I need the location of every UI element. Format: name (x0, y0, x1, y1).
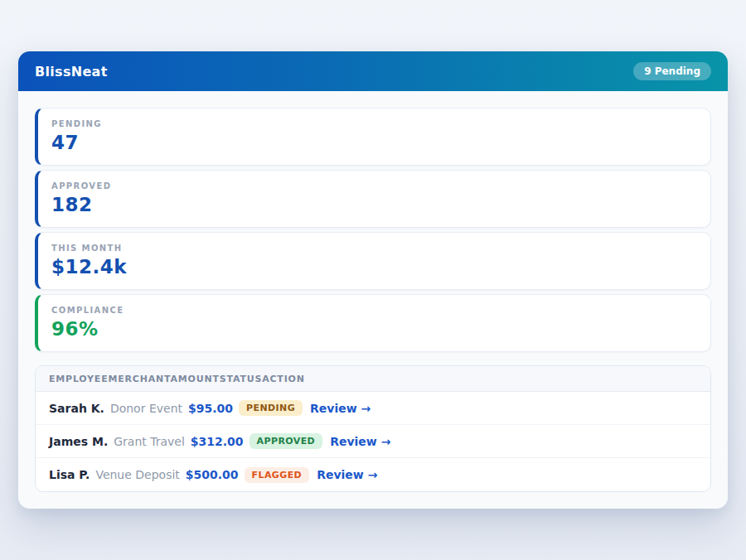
stat-label: COMPLIANCE (51, 306, 697, 315)
employee-name: Lisa P. (49, 468, 90, 481)
app-title: BlissNeat (35, 64, 108, 80)
stat-value: $12.4k (51, 257, 697, 278)
review-link[interactable]: Review → (317, 468, 377, 481)
merchant-name: Donor Event (110, 402, 182, 415)
stat-label: PENDING (51, 119, 697, 128)
table-row: James M. Grant Travel $312.00 APPROVED R… (36, 425, 710, 458)
column-header-status: STATUS (220, 374, 262, 384)
stat-value: 182 (51, 195, 697, 215)
status-badge: PENDING (239, 400, 303, 416)
column-header-employee: EMPLOYEE (49, 374, 109, 384)
column-header-merchant: MERCHANT (109, 374, 171, 384)
stat-value: 47 (51, 133, 697, 153)
review-link[interactable]: Review → (330, 435, 390, 448)
app-card: BlissNeat 9 Pending PENDING 47 APPROVED … (18, 51, 728, 509)
stat-card-approved: APPROVED 182 (35, 170, 711, 228)
stat-value: 96% (51, 319, 697, 340)
expense-amount: $95.00 (188, 402, 233, 415)
stat-label: APPROVED (51, 181, 697, 191)
expenses-table: EMPLOYEEMERCHANTAMOUNTSTATUSACTION Sarah… (35, 365, 711, 492)
merchant-name: Venue Deposit (95, 468, 179, 481)
stat-label: THIS MONTH (51, 244, 697, 253)
app-header: BlissNeat 9 Pending (18, 51, 728, 91)
employee-name: Sarah K. (49, 402, 104, 415)
expense-amount: $312.00 (191, 435, 244, 448)
column-header-amount: AMOUNT (170, 374, 219, 384)
table-header-row: EMPLOYEEMERCHANTAMOUNTSTATUSACTION (36, 366, 710, 392)
page-background: { "header": { "title": "BlissNeat", "pen… (0, 0, 746, 560)
stat-card-this-month: THIS MONTH $12.4k (35, 232, 711, 290)
pending-count-badge: 9 Pending (633, 62, 711, 80)
merchant-name: Grant Travel (114, 435, 185, 448)
column-header-action: ACTION (262, 374, 305, 384)
table-row: Lisa P. Venue Deposit $500.00 FLAGGED Re… (36, 458, 710, 491)
app-body: PENDING 47 APPROVED 182 THIS MONTH $12.4… (18, 91, 728, 509)
review-link[interactable]: Review → (310, 402, 371, 415)
status-badge: APPROVED (249, 433, 323, 449)
table-row: Sarah K. Donor Event $95.00 PENDING Revi… (36, 392, 710, 425)
status-badge: FLAGGED (245, 467, 310, 483)
stat-card-compliance: COMPLIANCE 96% (35, 294, 711, 352)
expense-amount: $500.00 (186, 468, 239, 481)
employee-name: James M. (49, 435, 108, 448)
stat-card-pending: PENDING 47 (35, 108, 711, 166)
